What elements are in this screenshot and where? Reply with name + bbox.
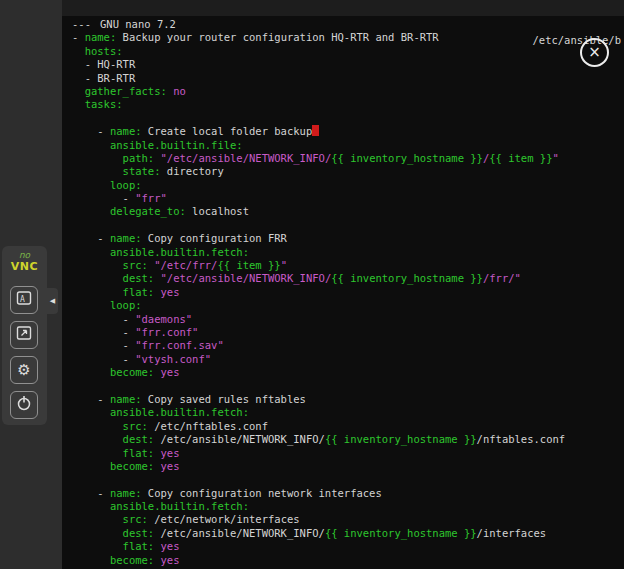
editor-line: - HQ-RTR xyxy=(72,58,624,71)
editor-line: --- xyxy=(72,18,624,31)
editor-line: ansible.builtin.fetch: xyxy=(72,246,624,259)
editor-line: - BR-RTR xyxy=(72,72,624,85)
text-cursor xyxy=(312,125,318,136)
gear-icon: ⚙ xyxy=(17,361,30,379)
editor-line: dest: "/etc/ansible/NETWORK_INFO/{{ inve… xyxy=(72,272,624,285)
editor-line: state: directory xyxy=(72,165,624,178)
editor-line: - "frr.conf" xyxy=(72,326,624,339)
editor-line: flat: yes xyxy=(72,540,624,553)
editor-lines[interactable]: ---- name: Backup your router configurat… xyxy=(72,18,624,569)
clipboard-icon: A xyxy=(15,289,33,311)
editor-line: path: "/etc/ansible/NETWORK_INFO/{{ inve… xyxy=(72,152,624,165)
editor-line: tasks: xyxy=(72,98,624,111)
fullscreen-button[interactable] xyxy=(10,321,38,349)
editor-line: src: "/etc/frr/{{ item }}" xyxy=(72,259,624,272)
novnc-logo: no VNC xyxy=(2,246,47,272)
power-button[interactable] xyxy=(10,391,38,419)
editor-line: - name: Copy saved rules nftables xyxy=(72,393,624,406)
editor-line: - name: Copy configuration FRR xyxy=(72,232,624,245)
editor-line: - name: Backup your router configuration… xyxy=(72,31,624,44)
vnc-control-bar: no VNC A ⚙ xyxy=(2,246,47,425)
editor-line: flat: yes xyxy=(72,286,624,299)
editor-line: - "frr.conf.sav" xyxy=(72,339,624,352)
editor-line xyxy=(72,380,624,393)
editor-line: dest: /etc/ansible/NETWORK_INFO/{{ inven… xyxy=(72,527,624,540)
editor-line: hosts: xyxy=(72,45,624,58)
editor-line: src: /etc/nftables.conf xyxy=(72,420,624,433)
power-icon xyxy=(15,394,33,416)
terminal-window[interactable]: GNU nano 7.2 /etc/ansible/b ---- name: B… xyxy=(62,0,624,569)
editor-line xyxy=(72,473,624,486)
nano-titlebar: GNU nano 7.2 /etc/ansible/b xyxy=(62,0,624,16)
editor-line: ansible.builtin.fetch: xyxy=(72,500,624,513)
editor-line: dest: /etc/ansible/NETWORK_INFO/{{ inven… xyxy=(72,433,624,446)
settings-button[interactable]: ⚙ xyxy=(10,356,38,384)
editor-line: become: yes xyxy=(72,460,624,473)
svg-text:A: A xyxy=(20,295,25,304)
editor-line xyxy=(72,219,624,232)
editor-line: gather_facts: no xyxy=(72,85,624,98)
clipboard-button[interactable]: A xyxy=(10,286,38,314)
editor-line: - "daemons" xyxy=(72,313,624,326)
novnc-logo-bottom: VNC xyxy=(2,261,47,272)
editor-line: loop: xyxy=(72,179,624,192)
chevron-left-icon: ◀ xyxy=(50,297,55,305)
editor-line: src: /etc/network/interfaces xyxy=(72,513,624,526)
editor-line xyxy=(72,112,624,125)
editor-line: delegate_to: localhost xyxy=(72,205,624,218)
editor-line: loop: xyxy=(72,299,624,312)
editor-line: ansible.builtin.file: xyxy=(72,139,624,152)
fullscreen-icon xyxy=(15,324,33,346)
control-bar-handle[interactable]: ◀ xyxy=(47,288,58,314)
editor-line: become: yes xyxy=(72,366,624,379)
editor-line: - name: Copy configuration network inter… xyxy=(72,487,624,500)
editor-line: flat: yes xyxy=(72,447,624,460)
editor-line: ansible.builtin.fetch: xyxy=(72,406,624,419)
editor-line: - "frr" xyxy=(72,192,624,205)
close-icon: × xyxy=(588,43,601,61)
editor-line: - "vtysh.conf" xyxy=(72,353,624,366)
editor-line: become: yes xyxy=(72,554,624,567)
close-button[interactable]: × xyxy=(580,38,609,67)
editor-line: - name: Create local folder backup xyxy=(72,125,624,138)
